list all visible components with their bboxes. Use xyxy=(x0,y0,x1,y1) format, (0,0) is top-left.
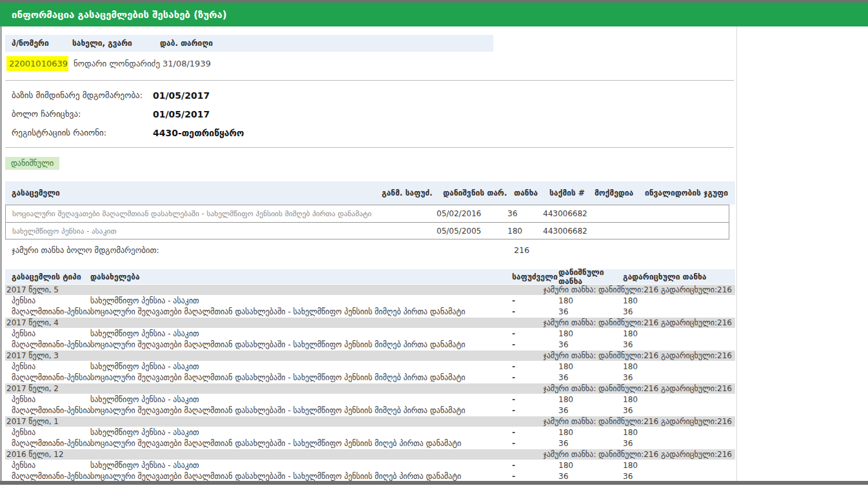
payment-name: სახელმწიფო პენსია - ასაკით xyxy=(90,329,507,338)
payment-transferred-amount: 180 xyxy=(623,362,735,371)
payment-row: მაღალმთიანი-პენსია სოციალური შეღავათები … xyxy=(5,438,735,449)
group-summary-row: 2017 წელი, 5 ჯამური თანხა: დანიშნული:216… xyxy=(5,285,735,295)
person-birth-date: 31/08/1939 xyxy=(163,59,211,68)
assignment-amount: 36 xyxy=(508,209,543,218)
person-row: 22001010639 ნოდარი ლონდარიძე 31/08/1939 xyxy=(5,52,736,75)
assignments-total-row: ჯამური თანხა ბოლო მდგომარეობით: 216 xyxy=(5,239,735,260)
group-summary-row: 2017 წელი, 4 ჯამური თანხა: დანიშნული:216… xyxy=(5,318,735,328)
payment-name: სოციალური შეღავათები მაღალმთიან დასახლებ… xyxy=(90,340,507,349)
payment-assigned-amount: 180 xyxy=(558,362,623,371)
column-header-payment-type: გასაცემლის ტიპი xyxy=(5,272,90,281)
info-row-current-status: ბაზის მიმდინარე მდგომარეობა: 01/05/2017 xyxy=(5,86,736,105)
column-header-assigned-amount: დანიშნული თანხა xyxy=(558,268,623,286)
group-period: 2017 წელი, 5 xyxy=(6,285,59,294)
group-totals: ჯამური თანხა: დანიშნული:216 გადარიცხული:… xyxy=(543,384,732,393)
column-header-payment-basis: საფუძველი xyxy=(507,272,558,281)
column-header-personal-number: პ/ნომერი xyxy=(5,39,72,48)
payment-transferred-amount: 36 xyxy=(623,307,735,316)
payment-type: პენსია xyxy=(5,329,90,338)
payment-basis: - xyxy=(507,296,558,305)
payment-basis: - xyxy=(507,395,558,404)
payment-transferred-amount: 180 xyxy=(623,329,735,338)
payment-basis: - xyxy=(507,428,558,437)
payment-name: სოციალური შეღავათები მაღალმთიან დასახლებ… xyxy=(90,439,507,448)
column-header-amount: თანხა xyxy=(514,188,549,198)
payment-row: პენსია სახელმწიფო პენსია - ასაკით - 180 … xyxy=(5,394,735,405)
payment-transferred-amount: 180 xyxy=(623,395,735,404)
assignment-row: სოციალური შეღავათები მაღალმთიან დასახლებ… xyxy=(6,205,729,222)
person-name: ნოდარი ლონდარიძე xyxy=(74,59,163,68)
payment-name: სახელმწიფო პენსია - ასაკით xyxy=(90,461,507,470)
group-totals: ჯამური თანხა: დანიშნული:216 გადარიცხული:… xyxy=(543,318,732,327)
group-totals: ჯამური თანხა: დანიშნული:216 გადარიცხული:… xyxy=(543,351,732,360)
payment-name: სოციალური შეღავათები მაღალმთიან დასახლებ… xyxy=(90,472,507,481)
payment-row: პენსია სახელმწიფო პენსია - ასაკით - 180 … xyxy=(5,361,735,372)
payment-transferred-amount: 36 xyxy=(623,472,735,481)
payment-transferred-amount: 36 xyxy=(623,340,735,349)
payment-type: პენსია xyxy=(5,428,90,437)
status-badge-assigned[interactable]: დანიშნული xyxy=(5,157,59,170)
payment-assigned-amount: 36 xyxy=(558,472,623,481)
payment-name: სახელმწიფო პენსია - ასაკით xyxy=(90,362,507,371)
column-header-active: მოქმედია xyxy=(595,188,645,198)
page-header: ინფორმაცია გასაცემლების შესახებ (ზურა) xyxy=(0,3,868,26)
field-label-last-transfer: ბოლო ჩარიცხვა: xyxy=(5,109,153,119)
field-value-last-transfer: 01/05/2017 xyxy=(153,109,210,119)
payment-row: პენსია სახელმწიფო პენსია - ასაკით - 180 … xyxy=(5,427,735,438)
column-header-basis: განმ. საფუძ. xyxy=(382,188,443,198)
assignments-table-header: გასაცემელი განმ. საფუძ. დანიშვნის თარ. თ… xyxy=(5,181,735,205)
payments-table-header: გასაცემლის ტიპი დასახელება საფუძველი დან… xyxy=(5,269,735,284)
group-summary-row: 2017 წელი, 1 ჯამური თანხა: დანიშნული:216… xyxy=(5,416,735,427)
group-period: 2017 წელი, 4 xyxy=(6,318,59,327)
payment-basis: - xyxy=(507,307,558,316)
divider xyxy=(5,80,734,81)
info-row-registration-district: რეგისტრაციის რაიონი: 4430-თეთრიწყარო xyxy=(5,123,736,142)
payment-name: სოციალური შეღავათები მაღალმთიან დასახლებ… xyxy=(90,373,507,382)
column-header-birth-date: დაბ. თარიღი xyxy=(160,39,493,48)
assignments-table-body: სოციალური შეღავათები მაღალმთიან დასახლებ… xyxy=(5,205,729,239)
payment-assigned-amount: 180 xyxy=(558,329,623,338)
page-body: პ/ნომერი სახელი, გვარი დაბ. თარიღი 22001… xyxy=(0,26,868,481)
page-title: ინფორმაცია გასაცემლების შესახებ (ზურა) xyxy=(12,9,227,21)
assignment-date: 05/02/2016 xyxy=(437,209,508,218)
assignment-row: სახელმწიფო პენსია - ასაკით 05/05/2005 18… xyxy=(6,222,729,239)
group-totals: ჯამური თანხა: დანიშნული:216 გადარიცხული:… xyxy=(543,450,732,459)
assignment-name: სახელმწიფო პენსია - ასაკით xyxy=(6,227,375,236)
field-label-registration-district: რეგისტრაციის რაიონი: xyxy=(5,128,153,137)
payment-type: პენსია xyxy=(5,296,90,305)
payment-type: მაღალმთიანი-პენსია xyxy=(5,439,90,448)
payment-assigned-amount: 36 xyxy=(558,439,623,448)
payment-type: მაღალმთიანი-პენსია xyxy=(5,406,90,415)
content-panel: პ/ნომერი სახელი, გვარი დაბ. თარიღი 22001… xyxy=(2,26,737,481)
group-period: 2016 წელი, 12 xyxy=(6,450,64,459)
payment-assigned-amount: 180 xyxy=(558,395,623,404)
payment-type: მაღალმთიანი-პენსია xyxy=(5,307,90,316)
payment-assigned-amount: 36 xyxy=(558,340,623,349)
field-value-current-status: 01/05/2017 xyxy=(153,90,210,101)
group-totals: ჯამური თანხა: დანიშნული:216 გადარიცხული:… xyxy=(543,417,732,426)
payment-name: სოციალური შეღავათები მაღალმთიან დასახლებ… xyxy=(90,307,507,316)
payment-assigned-amount: 180 xyxy=(558,428,623,437)
column-header-payment-name: დასახელება xyxy=(90,272,507,281)
payment-row: პენსია სახელმწიფო პენსია - ასაკით - 180 … xyxy=(5,460,735,471)
payment-assigned-amount: 36 xyxy=(558,406,623,415)
assignment-name: სოციალური შეღავათები მაღალმთიან დასახლებ… xyxy=(6,209,375,218)
payment-row: მაღალმთიანი-პენსია სოციალური შეღავათები … xyxy=(5,306,735,317)
payment-basis: - xyxy=(507,329,558,338)
payment-type: პენსია xyxy=(5,395,90,404)
payment-type: მაღალმთიანი-პენსია xyxy=(5,373,90,382)
personal-number-link[interactable]: 22001010639 xyxy=(6,56,68,71)
payment-type: მაღალმთიანი-პენსია xyxy=(5,472,90,481)
payment-assigned-amount: 36 xyxy=(558,307,623,316)
payment-transferred-amount: 36 xyxy=(623,406,735,415)
payment-row: მაღალმთიანი-პენსია სოციალური შეღავათები … xyxy=(5,405,735,416)
payment-name: სახელმწიფო პენსია - ასაკით xyxy=(90,428,507,437)
column-header-case-number: საქმის # xyxy=(549,188,595,198)
payment-type: პენსია xyxy=(5,461,90,470)
column-header-disability-group: ინვალიდობის ჯგუფი xyxy=(645,188,735,198)
payment-name: სახელმწიფო პენსია - ასაკით xyxy=(90,395,507,404)
payment-row: მაღალმთიანი-პენსია სოციალური შეღავათები … xyxy=(5,372,735,383)
payment-row: პენსია სახელმწიფო პენსია - ასაკით - 180 … xyxy=(5,295,735,306)
assignments-total-label: ჯამური თანხა ბოლო მდგომარეობით: xyxy=(5,245,382,255)
payment-transferred-amount: 180 xyxy=(623,428,735,437)
